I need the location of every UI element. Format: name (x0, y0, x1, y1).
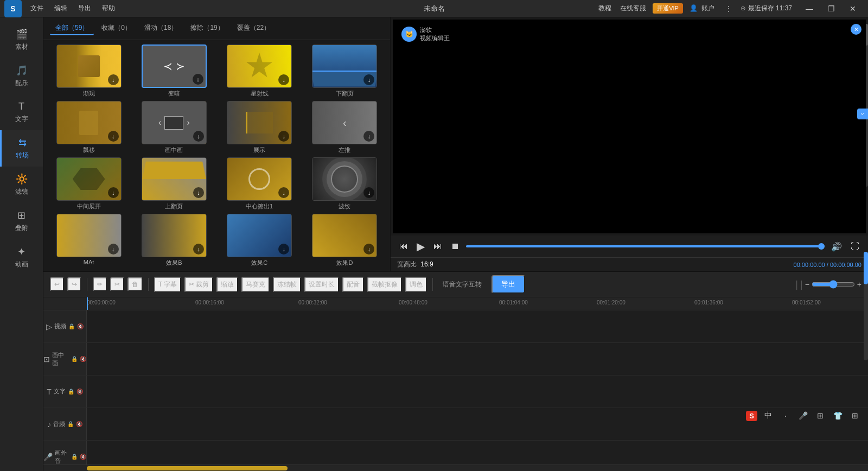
list-item[interactable]: ↓ 瓢移 (48, 101, 130, 154)
download-icon[interactable]: ↓ (278, 131, 289, 142)
transition-thumb-flippage[interactable]: ↓ (142, 157, 207, 201)
fullscreen-button[interactable]: ⛶ (848, 240, 861, 252)
grid-icon[interactable]: ⊞ (814, 409, 827, 422)
account-button[interactable]: 👤 账户 (687, 3, 719, 14)
snapshot-button[interactable]: 截帧抠像 (367, 277, 402, 292)
transition-thumb-pan[interactable]: ↓ (56, 101, 122, 144)
skip-back-button[interactable]: ⏮ (397, 240, 410, 252)
list-item[interactable]: ↓ MAt (48, 214, 130, 267)
color-button[interactable]: 调色 (405, 277, 427, 292)
menu-file[interactable]: 文件 (26, 2, 48, 15)
download-icon[interactable]: ↓ (108, 74, 119, 85)
mute-icon[interactable]: 🔇 (76, 421, 82, 427)
sidebar-item-animation[interactable]: ✦ 动画 (0, 239, 43, 276)
video-track-content[interactable] (87, 310, 868, 342)
list-item[interactable]: ↓ 效果C (219, 214, 301, 267)
sidebar-item-transition[interactable]: ⇆ 转场 (0, 130, 43, 167)
transition-thumb-flipdown[interactable]: ↓ (312, 44, 377, 88)
list-item[interactable]: ≺ ≻ ↓ 变暗 (133, 44, 215, 98)
list-item[interactable]: ↓ 效果D (304, 214, 386, 267)
tab-favorite[interactable]: 收藏（0） (96, 22, 137, 35)
vertical-scroll-thumb[interactable] (864, 252, 868, 284)
pen-button[interactable]: ✏ (93, 277, 107, 291)
audio-button[interactable]: 配音 (342, 277, 364, 292)
menu-export[interactable]: 导出 (74, 2, 95, 15)
sidebar-item-filter[interactable]: 🔆 滤镜 (0, 167, 43, 203)
tab-slide[interactable]: 滑动（18） (139, 22, 183, 35)
download-icon[interactable]: ↓ (193, 244, 204, 254)
freeze-button[interactable]: 冻结帧 (273, 277, 301, 292)
transition-thumb-row4c[interactable]: ↓ (227, 214, 292, 257)
voiceover-track-content[interactable] (87, 441, 868, 464)
list-item[interactable]: ↓ 效果B (133, 214, 215, 267)
duration-button[interactable]: 设置时长 (304, 277, 339, 292)
tab-cover[interactable]: 覆盖（22） (232, 22, 276, 35)
mute-icon[interactable]: 🔇 (80, 356, 86, 362)
transition-thumb-fade[interactable]: ↓ (56, 44, 122, 88)
expand-button[interactable]: 缩放 (216, 277, 238, 292)
lock-icon[interactable]: 🔒 (68, 389, 74, 394)
download-icon[interactable]: ↓ (278, 244, 289, 254)
export-button[interactable]: 导出 (492, 275, 525, 294)
scrollbar-thumb[interactable] (87, 466, 288, 470)
stop-button[interactable]: ⏹ (449, 240, 462, 252)
preview-close-button[interactable]: ✕ (851, 24, 861, 35)
undo-button[interactable]: ↩ (50, 277, 64, 291)
play-button[interactable]: ▶ (414, 239, 427, 254)
dot-icon[interactable]: · (779, 409, 792, 422)
volume-button[interactable]: 🔊 (829, 240, 844, 253)
list-item[interactable]: ↓ 中心擦出1 (219, 157, 301, 211)
list-item[interactable]: ↓ 渐现 (48, 44, 130, 98)
download-icon[interactable]: ↓ (108, 131, 119, 142)
download-icon[interactable]: ↓ (193, 74, 203, 85)
menu-edit[interactable]: 编辑 (50, 2, 72, 15)
list-item[interactable]: ↓ 波纹 (304, 157, 386, 211)
chinese-icon[interactable]: 中 (762, 409, 775, 422)
transition-thumb-ripple[interactable]: ↓ (312, 157, 377, 201)
lock-icon[interactable]: 🔒 (67, 421, 74, 427)
lock-icon[interactable]: 🔒 (71, 454, 78, 460)
transition-thumb-show[interactable]: ↓ (227, 101, 292, 144)
delete-button[interactable]: 🗑 (127, 277, 143, 291)
vip-button[interactable]: 开通VIP (653, 3, 683, 14)
progress-bar[interactable] (466, 245, 825, 247)
pip-track-content[interactable] (87, 343, 868, 375)
shirt-icon[interactable]: 👕 (831, 409, 844, 422)
sidebar-item-text[interactable]: T 文字 (0, 94, 43, 130)
transition-thumb-centerout[interactable]: ↓ (227, 157, 292, 201)
transition-thumb-row4a[interactable]: ↓ (56, 214, 122, 257)
mute-icon[interactable]: 🔇 (77, 323, 84, 329)
transition-thumb-row4d[interactable]: ↓ (312, 214, 377, 257)
zoom-in-button[interactable]: + (857, 280, 861, 289)
vertical-scrollbar[interactable] (864, 252, 868, 360)
tutorial-link[interactable]: 教程 (596, 3, 614, 14)
timeline-scrollbar[interactable] (43, 464, 868, 471)
mic-icon[interactable]: 🎤 (796, 409, 809, 422)
skip-forward-button[interactable]: ⏭ (431, 240, 444, 252)
minimize-button[interactable]: — (799, 0, 820, 17)
transition-thumb-leftpush[interactable]: ‹ ↓ (312, 101, 377, 144)
mute-icon[interactable]: 🔇 (80, 454, 86, 460)
sidebar-item-music[interactable]: 🎵 配乐 (0, 58, 43, 94)
timeline-playhead[interactable] (87, 297, 88, 310)
zoom-slider[interactable] (812, 280, 855, 289)
redo-button[interactable]: ↪ (67, 277, 81, 291)
tab-all[interactable]: 全部（59） (50, 22, 94, 35)
maximize-button[interactable]: ❐ (820, 0, 842, 17)
sidebar-item-overlay[interactable]: ⊞ 叠附 (0, 203, 43, 239)
download-icon[interactable]: ↓ (193, 187, 204, 198)
list-item[interactable]: ‹ › ↓ 画中画 (133, 101, 215, 154)
sidebar-item-media[interactable]: 🎬 素材 (0, 22, 43, 58)
zoom-out-button[interactable]: − (805, 280, 809, 289)
list-item[interactable]: ↓ 展示 (219, 101, 301, 154)
mute-icon[interactable]: 🔇 (76, 389, 83, 394)
text-track-content[interactable] (87, 375, 868, 408)
list-item[interactable]: ↓ 星射线 (219, 44, 301, 98)
tab-erase[interactable]: 擦除（19） (185, 22, 229, 35)
list-item[interactable]: ↓ 上翻页 (133, 157, 215, 211)
transition-thumb-center[interactable]: ↓ (56, 157, 122, 201)
download-icon[interactable]: ↓ (278, 74, 289, 85)
cut-button[interactable]: ✂ (110, 277, 124, 291)
lock-icon[interactable]: 🔒 (71, 356, 78, 362)
mask-button[interactable]: 马赛克 (241, 277, 270, 292)
